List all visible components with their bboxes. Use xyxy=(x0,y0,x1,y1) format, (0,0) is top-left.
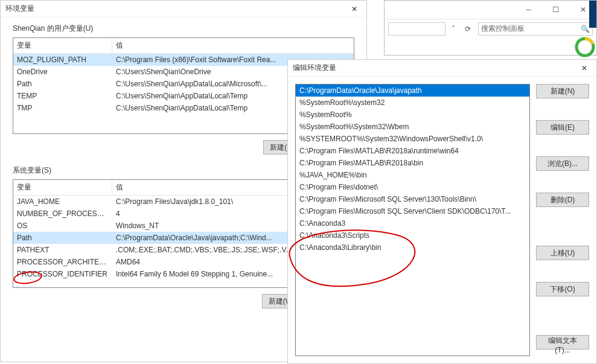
list-item[interactable]: %SystemRoot%\System32\Wbem xyxy=(296,121,529,133)
var-name: Path xyxy=(13,78,112,90)
list-item[interactable]: %SYSTEMROOT%\System32\WindowsPowerShell\… xyxy=(296,133,529,145)
var-name: NUMBER_OF_PROCESSORS xyxy=(13,208,112,220)
window-title: 编辑环境变量 xyxy=(293,63,336,73)
window-controls: ─ ☐ ✕ xyxy=(385,1,596,19)
var-name: Path xyxy=(13,232,112,244)
list-item[interactable]: C:\Program Files\Microsoft SQL Server\13… xyxy=(296,193,529,205)
maximize-button[interactable]: ☐ xyxy=(542,1,569,18)
list-item[interactable]: %JAVA_HOME%\bin xyxy=(296,169,529,181)
move-down-button[interactable]: 下移(O) xyxy=(536,282,589,296)
var-name: PATHEXT xyxy=(13,244,112,256)
dropdown-icon[interactable]: ˅ xyxy=(449,25,458,33)
browse-button[interactable]: 浏览(B)... xyxy=(536,156,589,171)
background-window: ─ ☐ ✕ ˅ ⟳ 搜索控制面板 🔍 xyxy=(384,0,597,56)
move-up-button[interactable]: 上移(U) xyxy=(536,246,589,260)
var-name: TEMP xyxy=(13,90,112,102)
search-icon: 🔍 xyxy=(581,25,590,33)
refresh-icon[interactable]: ⟳ xyxy=(461,22,474,36)
edit-text-button[interactable]: 编辑文本(T)... xyxy=(536,335,589,350)
path-list[interactable]: C:\ProgramData\Oracle\Java\javapath%Syst… xyxy=(295,84,530,356)
list-item[interactable]: C:\Program Files\dotnet\ xyxy=(296,181,529,193)
list-item[interactable]: %SystemRoot% xyxy=(296,109,529,121)
address-bar[interactable] xyxy=(388,22,445,36)
table-header: 变量 值 xyxy=(13,38,354,54)
user-vars-label: ShenQian 的用户变量(U) xyxy=(13,24,362,34)
var-name: TMP xyxy=(13,102,112,114)
titlebar: 环境变量 ✕ xyxy=(1,1,366,18)
edit-env-window: 编辑环境变量 ✕ C:\ProgramData\Oracle\Java\java… xyxy=(287,59,597,364)
search-placeholder: 搜索控制面板 xyxy=(481,24,525,34)
list-item[interactable]: C:\Program Files\Microsoft SQL Server\Cl… xyxy=(296,205,529,217)
var-name: PROCESSOR_ARCHITECT... xyxy=(13,256,112,268)
window-title: 环境变量 xyxy=(5,4,34,14)
close-icon[interactable]: ✕ xyxy=(572,60,596,77)
col-variable[interactable]: 变量 xyxy=(13,180,112,195)
list-item[interactable]: C:\Program Files\MATLAB\R2018a\bin xyxy=(296,157,529,169)
list-item[interactable]: C:\Anaconda3\Library\bin xyxy=(296,241,529,254)
edit-button[interactable]: 编辑(E) xyxy=(536,120,589,135)
list-item[interactable]: C:\Anaconda3\Scripts xyxy=(296,229,529,241)
list-item[interactable]: C:\Anaconda3 xyxy=(296,217,529,229)
list-item[interactable]: C:\Program Files\MATLAB\R2018a\runtime\w… xyxy=(296,145,529,157)
side-buttons: 新建(N) 编辑(E) 浏览(B)... 删除(D) 上移(U) 下移(O) 编… xyxy=(536,84,589,356)
col-value[interactable]: 值 xyxy=(112,38,354,53)
var-name: MOZ_PLUGIN_PATH xyxy=(13,54,112,66)
var-name: OneDrive xyxy=(13,66,112,78)
new-button[interactable]: 新建(N) xyxy=(536,84,589,98)
blue-edge xyxy=(589,1,596,28)
browser-icon[interactable] xyxy=(573,33,596,60)
minimize-button[interactable]: ─ xyxy=(515,1,542,18)
delete-button[interactable]: 删除(D) xyxy=(536,193,589,207)
edit-body: C:\ProgramData\Oracle\Java\javapath%Syst… xyxy=(288,77,596,363)
list-item[interactable]: C:\ProgramData\Oracle\Java\javapath xyxy=(296,85,529,97)
var-name: PROCESSOR_IDENTIFIER xyxy=(13,268,112,280)
titlebar: 编辑环境变量 ✕ xyxy=(288,60,596,77)
close-icon[interactable]: ✕ xyxy=(342,1,366,18)
var-name: OS xyxy=(13,220,112,232)
var-name: JAVA_HOME xyxy=(13,196,112,208)
toolbar: ˅ ⟳ 搜索控制面板 🔍 xyxy=(385,19,596,38)
list-item[interactable]: %SystemRoot%\system32 xyxy=(296,97,529,109)
col-variable[interactable]: 变量 xyxy=(13,38,112,53)
